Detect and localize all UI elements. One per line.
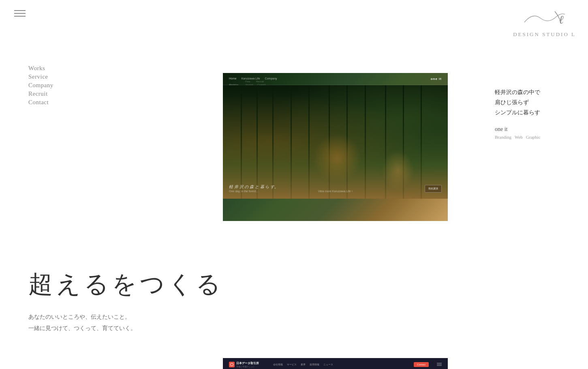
glow-patch-2: [382, 150, 414, 191]
forest-overlay: [223, 85, 448, 199]
second-preview-section: 日本データ取引所 市場と市場がここに 会社情報 サービス 業界 採用情報 ニュー…: [0, 350, 588, 369]
mockup-website-oneit: Home Karuizawa Life Company About us Flo…: [223, 73, 448, 221]
tree-line-1: [241, 85, 242, 199]
tree-line-4: [291, 85, 292, 199]
svg-text:ℓ: ℓ: [559, 13, 564, 26]
second-logo-icon: [229, 362, 235, 367]
nav-item-service[interactable]: Service: [28, 73, 53, 80]
mockup-text-bottom: 軽 井 沢 の 森 と 暮 ら す。 One day, in the fores…: [229, 184, 278, 193]
nav-item-company[interactable]: Company: [28, 82, 53, 89]
second-hamburger-line-3: [437, 365, 442, 366]
mockup-nav: Home Karuizawa Life Company About us Flo…: [223, 73, 448, 85]
second-logo-circle: [230, 363, 233, 366]
second-nav-item-3: 採用情報: [310, 363, 319, 367]
hamburger-line-1: [14, 10, 26, 11]
tagline-sub-line1: あなたのいいところや、伝えたいこと。: [28, 311, 560, 322]
second-nav-item-1: サービス: [287, 363, 297, 367]
second-hamburger-line-1: [437, 363, 442, 363]
logo-svg: ℓ: [520, 8, 569, 28]
nav-item-works[interactable]: Works: [28, 65, 53, 72]
first-preview-image: Home Karuizawa Life Company About us Flo…: [223, 73, 448, 221]
tree-line-11: [421, 85, 422, 199]
mockup-hero: 軽 井 沢 の 森 と 暮 ら す。 One day, in the fores…: [223, 85, 448, 199]
tree-line-3: [272, 85, 274, 199]
hamburger-line-3: [14, 16, 26, 17]
mockup-sub-text: One day, in the forest...: [229, 190, 278, 193]
tree-line-2: [257, 85, 258, 199]
hamburger-menu[interactable]: [12, 8, 28, 19]
logo-text: DESIGN STUDIO L: [513, 31, 576, 38]
second-mockup-contact-btn: Contact: [414, 362, 429, 367]
nav-item-contact[interactable]: Contact: [28, 99, 53, 106]
second-logo-sub: 市場と市場がここに: [236, 365, 259, 368]
navigation: Works Service Company Recruit Contact: [28, 65, 53, 107]
tag-web: Web: [515, 135, 523, 139]
mockup-nav-flow: Flow: [245, 80, 250, 83]
tagline-sub-line2: 一緒に見つけて、つくって、育てていく。: [28, 322, 560, 334]
hamburger-line-2: [14, 13, 26, 14]
tag-branding: Branding: [495, 135, 511, 139]
second-preview-image: 日本データ取引所 市場と市場がここに 会社情報 サービス 業界 採用情報 ニュー…: [223, 358, 448, 369]
mockup-nav-home: Home: [229, 77, 237, 81]
mockup-button: 現在講演: [425, 185, 442, 193]
mockup-nav-recruit: Recruit: [256, 80, 264, 83]
first-preview-description: 軽井沢の森の中で 肩ひじ張らず シンプルに暮らす one it Branding…: [495, 87, 576, 139]
second-mockup-nav-items: 会社情報 サービス 業界 採用情報 ニュース: [273, 363, 333, 367]
preview-title-line1: 軽井沢の森の中で: [495, 89, 540, 95]
second-mockup-logo-area: 日本データ取引所 市場と市場がここに: [229, 361, 259, 368]
glow-patch: [313, 134, 361, 182]
second-mockup-hamburger: [437, 363, 442, 366]
preview-title-line2: 肩ひじ張らず: [495, 99, 529, 105]
tagline-main: 超えるをつくる: [28, 270, 560, 299]
tree-line-5: [308, 85, 310, 199]
logo-script: ℓ: [520, 8, 569, 31]
header: ℓ DESIGN STUDIO L: [0, 0, 588, 46]
mockup-view-more: View more Karuizawa Life ›: [318, 190, 353, 193]
second-logo-name: 日本データ取引所: [236, 361, 259, 365]
second-hamburger-line-2: [437, 364, 442, 365]
tag-graphic: Graphic: [526, 135, 540, 139]
tagline-section: 超えるをつくる あなたのいいところや、伝えたいこと。 一緒に見つけて、つくって、…: [0, 245, 588, 350]
first-preview-section: Home Karuizawa Life Company About us Flo…: [0, 32, 588, 245]
second-logo-text: 日本データ取引所 市場と市場がここに: [236, 361, 259, 368]
second-mockup-nav: 日本データ取引所 市場と市場がここに 会社情報 サービス 業界 採用情報 ニュー…: [223, 358, 448, 369]
preview-title-line3: シンプルに暮らす: [495, 109, 540, 116]
preview-site-name: one it: [495, 126, 576, 133]
mockup-tagline-text: 軽 井 沢 の 森 と 暮 ら す。: [229, 184, 278, 190]
preview-tags: Branding Web Graphic: [495, 135, 576, 139]
tagline-sub: あなたのいいところや、伝えたいこと。 一緒に見つけて、つくって、育てていく。: [28, 311, 560, 334]
second-nav-item-2: 業界: [301, 363, 306, 367]
second-nav-item-0: 会社情報: [273, 363, 283, 367]
main-content: Home Karuizawa Life Company About us Flo…: [0, 0, 588, 369]
mockup-nav-company: Company: [265, 77, 277, 81]
tree-line-8: [365, 85, 366, 199]
nav-item-recruit[interactable]: Recruit: [28, 90, 53, 97]
second-nav-item-4: ニュース: [323, 363, 333, 367]
logo-area: ℓ DESIGN STUDIO L: [513, 8, 576, 38]
preview-title-japanese: 軽井沢の森の中で 肩ひじ張らず シンプルに暮らす: [495, 87, 576, 118]
mockup-logo-oneit: one it: [431, 77, 442, 81]
